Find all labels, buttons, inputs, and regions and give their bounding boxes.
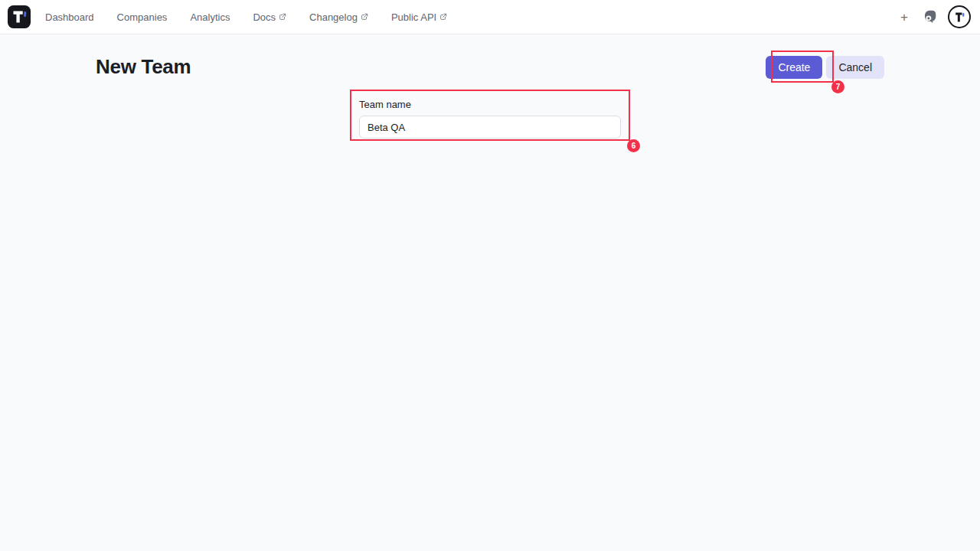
cancel-button[interactable]: Cancel: [826, 56, 884, 79]
external-link-icon: [279, 13, 286, 21]
nav-label: Docs: [253, 11, 276, 23]
annotation-badge: 6: [627, 139, 640, 152]
header-actions: +: [897, 5, 971, 28]
nav-label: Changelog: [309, 11, 358, 23]
top-nav-bar: Dashboard Companies Analytics Docs Chang…: [0, 0, 980, 34]
nav-item-analytics[interactable]: Analytics: [190, 11, 230, 23]
app-logo-icon[interactable]: [8, 5, 31, 28]
new-team-form: Team name: [359, 99, 621, 139]
nav-item-changelog[interactable]: Changelog: [309, 11, 368, 23]
main-nav: Dashboard Companies Analytics Docs Chang…: [45, 11, 447, 23]
page-title: New Team: [96, 55, 191, 79]
nav-item-public-api[interactable]: Public API: [391, 11, 447, 23]
nav-label: Companies: [117, 11, 168, 23]
nav-label: Public API: [391, 11, 436, 23]
create-button[interactable]: Create: [766, 56, 822, 79]
nav-label: Analytics: [190, 11, 230, 23]
form-action-buttons: Create Cancel: [766, 56, 884, 79]
nav-item-dashboard[interactable]: Dashboard: [45, 11, 94, 23]
nav-label: Dashboard: [45, 11, 94, 23]
page-header-row: New Team Create Cancel: [96, 34, 884, 79]
external-link-icon: [439, 13, 447, 21]
nav-item-docs[interactable]: Docs: [253, 11, 286, 23]
nav-item-companies[interactable]: Companies: [117, 11, 168, 23]
external-link-icon: [361, 13, 368, 21]
add-button[interactable]: +: [897, 9, 911, 25]
team-name-input[interactable]: [359, 116, 621, 139]
team-name-label: Team name: [359, 99, 621, 110]
page-content: New Team Create Cancel Team name: [96, 34, 884, 139]
search-icon[interactable]: [923, 10, 936, 24]
user-avatar[interactable]: [948, 5, 971, 28]
